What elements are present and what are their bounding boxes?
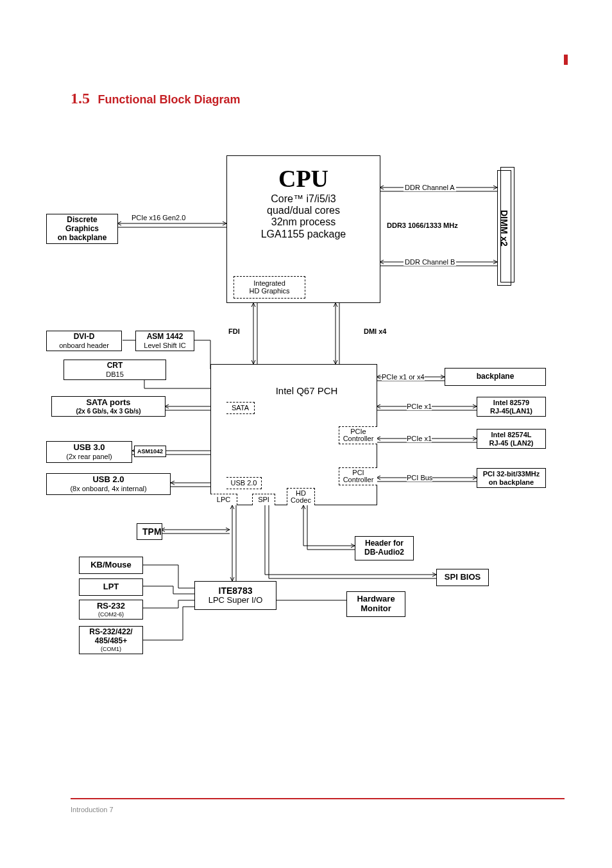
pch-pci-text: PCI Controller [343,469,374,483]
pch-pcie-text: PCIe Controller [343,428,374,442]
rs485-l1: RS-232/422/ [82,628,140,637]
usb30-block: USB 3.0 (2x rear panel) [46,441,132,463]
crt-l2: DB15 [67,370,163,379]
section-number: 1.5 [71,90,90,107]
section-heading: 1.5 Functional Block Diagram [71,90,241,107]
ddr-b-label: DDR Channel B [404,258,456,266]
pci-bus-label: PCI Bus [407,474,432,482]
ite-l2: LPC Super I/O [199,596,272,605]
usb20-l1: USB 2.0 [49,475,167,485]
dmi-label: DMI x4 [364,327,386,335]
lan1-l2: RJ-45(LAN1) [480,407,543,415]
rs232-485-block: RS-232/422/ 485/485+ (COM1) [79,626,143,654]
asm1442-block: ASM 1442 Level Shift IC [135,331,194,351]
pch-spi: SPI [252,494,275,505]
footer-text: Introduction 7 [71,806,114,813]
cpu-gfx-l1: Integrated [235,279,303,288]
ite8783-block: ITE8783 LPC Super I/O [194,581,276,610]
discrete-gfx-l1: Discrete Graphics [49,216,115,234]
pch-pcie: PCIe Controller [339,426,377,444]
pci32-block: PCI 32-bit/33MHz on backplane [477,468,546,488]
lpt-block: LPT [79,578,143,596]
pci32-l1: PCI 32-bit/33MHz [480,470,543,478]
discrete-gfx-l2: on backplane [49,234,115,243]
cpu-block: CPU Core™ i7/i5/i3 quad/dual cores 32nm … [226,155,380,303]
pcie-x1x4-label: PCIe x1 or x4 [382,373,425,381]
pch-title: Intel Q67 PCH [239,385,374,396]
ddr-a-label: DDR Channel A [404,184,456,191]
cpu-line2: quad/dual cores [230,205,377,216]
cpu-gfx-l2: HD Graphics [235,287,303,295]
sata-l1: SATA ports [55,398,162,408]
sata-l2: (2x 6 Gb/s, 4x 3 Gb/s) [55,408,162,415]
pch-block: Intel Q67 PCH SATA PCIe Controller PCI C… [210,364,377,505]
crt-block: CRT DB15 [64,360,166,380]
pch-pci: PCI Controller [339,467,377,485]
lan2-l1: Intel 82574L [480,431,543,439]
lan1-block: Intel 82579 RJ-45(LAN1) [477,397,546,417]
pch-lpc: LPC [210,494,237,505]
cpu-line3: 32nm process [230,216,377,228]
cpu-title: CPU [230,165,377,193]
cpu-integrated-gfx: Integrated HD Graphics [234,276,305,299]
dimm-block: DIMM x2 [497,170,511,286]
pcie16-label: PCIe x16 Gen2.0 [132,214,185,221]
dimm-label: DIMM x2 [499,210,509,247]
discrete-gfx-block: Discrete Graphics on backplane [46,214,118,244]
pch-hd: HD Codec [287,488,315,505]
pch-hd-text: HD Codec [291,489,311,504]
kbm-block: KB/Mouse [79,557,143,574]
crt-l1: CRT [67,361,163,370]
lan2-l2: RJ-45 (LAN2) [480,439,543,447]
lan2-block: Intel 82574L RJ-45 (LAN2) [477,429,546,449]
pci32-l2: on backplane [480,478,543,487]
rs485-l3: (COM1) [82,646,140,652]
pch-sata: SATA [226,402,255,414]
dba-l1: Header for [358,539,411,548]
tpm-block: TPM [137,523,162,540]
dvi-block: DVI-D onboard header [46,331,122,351]
rs232-l2: (COM2-6) [82,611,140,618]
pcie-x1a-label: PCIe x1 [407,403,432,410]
ddr-spec-label: DDR3 1066/1333 MHz [387,221,458,229]
usb20-l2: (8x onboard, 4x internal) [49,485,167,493]
pch-usb2: USB 2.0 [226,477,262,489]
spibios-block: SPI BIOS [436,569,489,586]
ite-l1: ITE8783 [199,586,272,596]
sata-ports-block: SATA ports (2x 6 Gb/s, 4x 3 Gb/s) [51,396,166,417]
asm1442-l1: ASM 1442 [139,333,191,342]
dvi-l2: onboard header [49,342,119,350]
asm1442-l2: Level Shift IC [139,342,191,350]
usb30-l1: USB 3.0 [49,443,129,453]
cpu-line1: Core™ i7/i5/i3 [230,193,377,205]
dvi-l1: DVI-D [49,333,119,342]
dbaudio-block: Header for DB-Audio2 [355,536,414,560]
backplane-block: backplane [445,368,546,386]
cpu-line4: LGA1155 package [230,229,377,240]
block-diagram: CPU Core™ i7/i5/i3 quad/dual cores 32nm … [48,151,568,754]
dba-l2: DB-Audio2 [358,548,411,557]
rs232-l1: RS-232 [82,602,140,611]
rs232-block: RS-232 (COM2-6) [79,600,143,620]
hwm-l1: Hardware [350,595,402,604]
header-accent [564,55,568,65]
asm1042-block: ASM1042 [134,446,166,457]
rs485-l2: 485/485+ [82,637,140,646]
usb20-block: USB 2.0 (8x onboard, 4x internal) [46,473,171,495]
footer-rule [71,798,565,799]
section-title: Functional Block Diagram [98,93,240,106]
pcie-x1b-label: PCIe x1 [407,435,432,442]
hwmon-block: Hardware Monitor [346,591,405,617]
usb30-l2: (2x rear panel) [49,453,129,461]
lan1-l1: Intel 82579 [480,399,543,407]
fdi-label: FDI [228,327,240,335]
hwm-l2: Monitor [350,604,402,614]
